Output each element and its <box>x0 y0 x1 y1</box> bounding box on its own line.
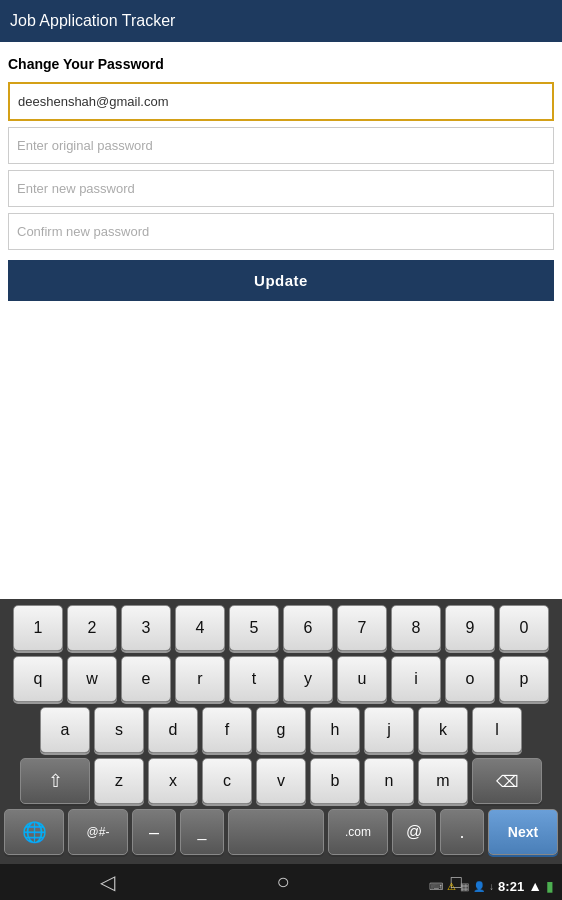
key-k[interactable]: k <box>418 707 468 753</box>
form-area: Change Your Password Update <box>0 42 562 311</box>
app-title: Job Application Tracker <box>10 12 175 29</box>
backspace-key[interactable]: ⌫ <box>472 758 542 804</box>
home-button[interactable]: ○ <box>276 869 289 895</box>
at-key[interactable]: @ <box>392 809 436 855</box>
key-f[interactable]: f <box>202 707 252 753</box>
key-7[interactable]: 7 <box>337 605 387 651</box>
key-g[interactable]: g <box>256 707 306 753</box>
key-l[interactable]: l <box>472 707 522 753</box>
confirm-password-field[interactable] <box>8 213 554 250</box>
back-button[interactable]: ◁ <box>100 870 115 894</box>
keyboard-row-asdf: a s d f g h j k l <box>4 707 558 753</box>
key-v[interactable]: v <box>256 758 306 804</box>
keyboard: 1 2 3 4 5 6 7 8 9 0 q w e r t y u i o p … <box>0 599 562 864</box>
key-2[interactable]: 2 <box>67 605 117 651</box>
key-t[interactable]: t <box>229 656 279 702</box>
globe-key[interactable]: 🌐 <box>4 809 64 855</box>
form-section-title: Change Your Password <box>8 56 554 72</box>
key-4[interactable]: 4 <box>175 605 225 651</box>
key-z[interactable]: z <box>94 758 144 804</box>
key-j[interactable]: j <box>364 707 414 753</box>
key-p[interactable]: p <box>499 656 549 702</box>
key-s[interactable]: s <box>94 707 144 753</box>
key-h[interactable]: h <box>310 707 360 753</box>
keyboard-row-special: 🌐 @#- – _ .com @ . Next <box>4 809 558 855</box>
dash-key[interactable]: – <box>132 809 176 855</box>
key-x[interactable]: x <box>148 758 198 804</box>
empty-content <box>0 311 562 511</box>
key-n[interactable]: n <box>364 758 414 804</box>
navigation-bar: ◁ ○ □ ⌨ ⚠ ▦ 👤 ↓ 8:21 ▲ ▮ <box>0 864 562 900</box>
battery-icon: ▮ <box>546 878 554 894</box>
shift-key[interactable]: ⇧ <box>20 758 90 804</box>
dotcom-key[interactable]: .com <box>328 809 388 855</box>
key-1[interactable]: 1 <box>13 605 63 651</box>
photo-icon: 👤 <box>473 881 485 892</box>
key-a[interactable]: a <box>40 707 90 753</box>
key-d[interactable]: d <box>148 707 198 753</box>
warning-icon: ⚠ <box>447 881 456 892</box>
key-e[interactable]: e <box>121 656 171 702</box>
key-6[interactable]: 6 <box>283 605 333 651</box>
keyboard-row-numbers: 1 2 3 4 5 6 7 8 9 0 <box>4 605 558 651</box>
key-y[interactable]: y <box>283 656 333 702</box>
original-password-field[interactable] <box>8 127 554 164</box>
key-0[interactable]: 0 <box>499 605 549 651</box>
key-q[interactable]: q <box>13 656 63 702</box>
new-password-field[interactable] <box>8 170 554 207</box>
symbols-key[interactable]: @#- <box>68 809 128 855</box>
key-8[interactable]: 8 <box>391 605 441 651</box>
time-display: 8:21 <box>498 879 524 894</box>
key-5[interactable]: 5 <box>229 605 279 651</box>
space-key[interactable] <box>228 809 324 855</box>
next-key[interactable]: Next <box>488 809 558 855</box>
message-icon: ▦ <box>460 881 469 892</box>
key-w[interactable]: w <box>67 656 117 702</box>
key-o[interactable]: o <box>445 656 495 702</box>
key-c[interactable]: c <box>202 758 252 804</box>
key-u[interactable]: u <box>337 656 387 702</box>
update-button[interactable]: Update <box>8 260 554 301</box>
key-3[interactable]: 3 <box>121 605 171 651</box>
download-icon: ↓ <box>489 881 494 892</box>
wifi-icon: ▲ <box>528 878 542 894</box>
app-header: Job Application Tracker <box>0 0 562 42</box>
keyboard-row-qwerty: q w e r t y u i o p <box>4 656 558 702</box>
key-r[interactable]: r <box>175 656 225 702</box>
key-m[interactable]: m <box>418 758 468 804</box>
key-9[interactable]: 9 <box>445 605 495 651</box>
keyboard-row-zxcvbnm: ⇧ z x c v b n m ⌫ <box>4 758 558 804</box>
period-key[interactable]: . <box>440 809 484 855</box>
key-b[interactable]: b <box>310 758 360 804</box>
keyboard-icon: ⌨ <box>429 881 443 892</box>
key-i[interactable]: i <box>391 656 441 702</box>
underscore-key[interactable]: _ <box>180 809 224 855</box>
email-field[interactable] <box>8 82 554 121</box>
